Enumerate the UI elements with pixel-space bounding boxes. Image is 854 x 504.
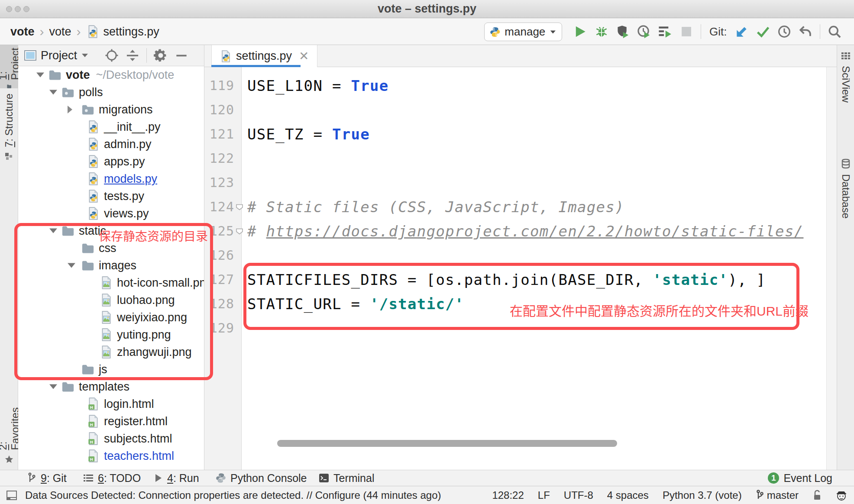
gear-icon[interactable] bbox=[154, 48, 168, 62]
tree-item-migrations[interactable]: migrations bbox=[18, 101, 204, 118]
run-configuration-select[interactable]: manage bbox=[484, 23, 562, 41]
line-ending[interactable]: LF bbox=[538, 489, 550, 501]
divider bbox=[701, 24, 701, 39]
chevron-down-icon[interactable] bbox=[49, 229, 57, 233]
tree-item-admin-py[interactable]: admin.py bbox=[18, 136, 204, 153]
toolwindow-git[interactable]: 9: Git bbox=[28, 470, 67, 486]
tree-item-weiyixiao-png[interactable]: weiyixiao.png bbox=[18, 309, 204, 326]
sidebar-tab-database[interactable]: Database bbox=[837, 158, 854, 219]
git-commit-button[interactable] bbox=[756, 25, 770, 39]
tree-item-tests-py[interactable]: tests.py bbox=[18, 187, 204, 205]
tree-item-subjects-html[interactable]: Hsubjects.html bbox=[18, 430, 204, 447]
breadcrumb-package[interactable]: vote bbox=[49, 25, 71, 39]
breadcrumb-file[interactable]: settings.py bbox=[104, 25, 159, 39]
file-encoding[interactable]: UTF-8 bbox=[564, 489, 593, 501]
tree-item-vote[interactable]: vote~/Desktop/vote bbox=[18, 66, 204, 84]
git-rollback-button[interactable] bbox=[799, 25, 812, 39]
toolwindow-toggle-icon[interactable] bbox=[6, 490, 17, 501]
toolwindow-todo[interactable]: 6: TODO bbox=[83, 470, 141, 486]
status-message[interactable]: Data Sources Detected: Connection proper… bbox=[25, 489, 441, 501]
chevron-down-icon[interactable] bbox=[49, 384, 57, 389]
tree-item-login-html[interactable]: Hlogin.html bbox=[18, 395, 204, 413]
tree-item-label: teachers.html bbox=[104, 449, 174, 463]
line-number: 123 bbox=[204, 171, 234, 195]
code-line-127: STATICFILES_DIRS = [os.path.join(BASE_DI… bbox=[247, 268, 766, 292]
pycharm-window: vote – settings.py vote › vote › setting… bbox=[0, 0, 854, 504]
run-coverage-button[interactable] bbox=[616, 25, 630, 39]
tree-item-yuting-png[interactable]: yuting.png bbox=[18, 326, 204, 343]
sidebar-tab-sciview[interactable]: SciView bbox=[837, 51, 854, 103]
caret-position[interactable]: 128:22 bbox=[492, 489, 524, 501]
sidebar-tab-project[interactable]: 1: Project bbox=[0, 45, 18, 88]
toolwindow-python-console[interactable]: Python Console bbox=[216, 470, 307, 486]
tree-item-static[interactable]: static bbox=[18, 222, 204, 239]
collapse-all-button[interactable] bbox=[126, 48, 139, 62]
toolwindow-bar: 1 Event Log 9: Git6: TODO4: RunPython Co… bbox=[0, 470, 854, 486]
chevron-down-icon[interactable] bbox=[68, 263, 75, 268]
chevron-down-icon[interactable] bbox=[36, 73, 44, 78]
line-number: 119 bbox=[204, 74, 234, 98]
hector-inspector-icon[interactable] bbox=[836, 490, 847, 501]
sidebar-tab-structure[interactable]: 7: Structure bbox=[0, 94, 18, 161]
tree-item-zhangwuji-png[interactable]: zhangwuji.png bbox=[18, 343, 204, 361]
tab-settings-py[interactable]: settings.py ✕ bbox=[211, 45, 317, 67]
unlock-icon[interactable] bbox=[812, 490, 822, 501]
tree-item-label: templates bbox=[79, 380, 129, 394]
tree-item-css[interactable]: css bbox=[18, 239, 204, 257]
git-branch-name: master bbox=[767, 489, 799, 501]
close-tab-icon[interactable]: ✕ bbox=[299, 49, 309, 63]
event-log-button[interactable]: 1 Event Log bbox=[768, 470, 832, 486]
locate-file-button[interactable] bbox=[105, 48, 119, 62]
fold-region-icon[interactable] bbox=[236, 195, 244, 219]
tree-item-js[interactable]: js bbox=[18, 361, 204, 378]
tree-item-label: migrations bbox=[99, 103, 153, 116]
tree-item-polls[interactable]: polls bbox=[18, 84, 204, 101]
tree-item-luohao-png[interactable]: luohao.png bbox=[18, 291, 204, 309]
tree-item-label: login.html bbox=[104, 397, 154, 411]
toolwindow-run[interactable]: 4: Run bbox=[154, 470, 199, 486]
git-update-button[interactable] bbox=[735, 25, 749, 39]
folder-icon bbox=[49, 68, 61, 81]
debug-button[interactable] bbox=[595, 25, 608, 39]
tree-item-label: __init__.py bbox=[104, 120, 161, 134]
stop-button[interactable] bbox=[679, 25, 693, 39]
toolwindow-terminal[interactable]: Terminal bbox=[319, 470, 374, 486]
sidebar-tab-favorites[interactable]: 2: Favorites bbox=[0, 399, 18, 464]
tree-item-hot-icon-small-png[interactable]: hot-icon-small.png bbox=[18, 274, 204, 291]
terminal-icon bbox=[319, 473, 329, 483]
tree-item-label: models.py bbox=[104, 172, 157, 186]
project-panel-title[interactable]: Project bbox=[41, 49, 77, 62]
vertical-scrollbar[interactable] bbox=[826, 67, 837, 470]
svg-text:H: H bbox=[90, 457, 93, 462]
git-history-button[interactable] bbox=[777, 25, 791, 39]
chevron-right-icon[interactable] bbox=[68, 106, 72, 113]
tree-item-models-py[interactable]: models.py bbox=[18, 170, 204, 187]
profiler-button[interactable] bbox=[637, 25, 651, 39]
tree-item-templates[interactable]: templates bbox=[18, 378, 204, 395]
git-branch-widget[interactable]: master bbox=[756, 489, 799, 501]
chevron-down-icon[interactable] bbox=[49, 90, 57, 95]
code-editor[interactable]: USE_L10N = TrueUSE_TZ = True# Static fil… bbox=[242, 67, 826, 470]
tree-item-images[interactable]: images bbox=[18, 257, 204, 274]
breadcrumb: vote › vote › settings.py bbox=[10, 18, 159, 45]
fold-region-icon[interactable] bbox=[236, 219, 244, 243]
tree-item-teachers-html[interactable]: Hteachers.html bbox=[18, 447, 204, 465]
tree-item-register-html[interactable]: Hregister.html bbox=[18, 413, 204, 430]
folder-icon bbox=[81, 363, 94, 376]
breadcrumb-project[interactable]: vote bbox=[10, 25, 35, 39]
tree-item-label: apps.py bbox=[104, 155, 145, 168]
tree-item-apps-py[interactable]: apps.py bbox=[18, 153, 204, 170]
concurrency-diagram-button[interactable] bbox=[658, 25, 672, 39]
python-file-icon bbox=[86, 25, 99, 38]
tree-item-views-py[interactable]: views.py bbox=[18, 205, 204, 222]
tree-item--init-py[interactable]: __init__.py bbox=[18, 118, 204, 136]
hide-panel-button[interactable] bbox=[175, 48, 188, 62]
horizontal-scrollbar[interactable] bbox=[277, 440, 617, 447]
chevron-down-icon[interactable] bbox=[81, 53, 88, 58]
status-bar: Data Sources Detected: Connection proper… bbox=[0, 486, 854, 504]
python-interpreter[interactable]: Python 3.7 (vote) bbox=[663, 489, 742, 501]
indent-setting[interactable]: 4 spaces bbox=[607, 489, 649, 501]
folder-icon bbox=[81, 259, 94, 272]
search-everywhere-button[interactable] bbox=[828, 25, 841, 39]
run-button[interactable] bbox=[573, 25, 587, 39]
